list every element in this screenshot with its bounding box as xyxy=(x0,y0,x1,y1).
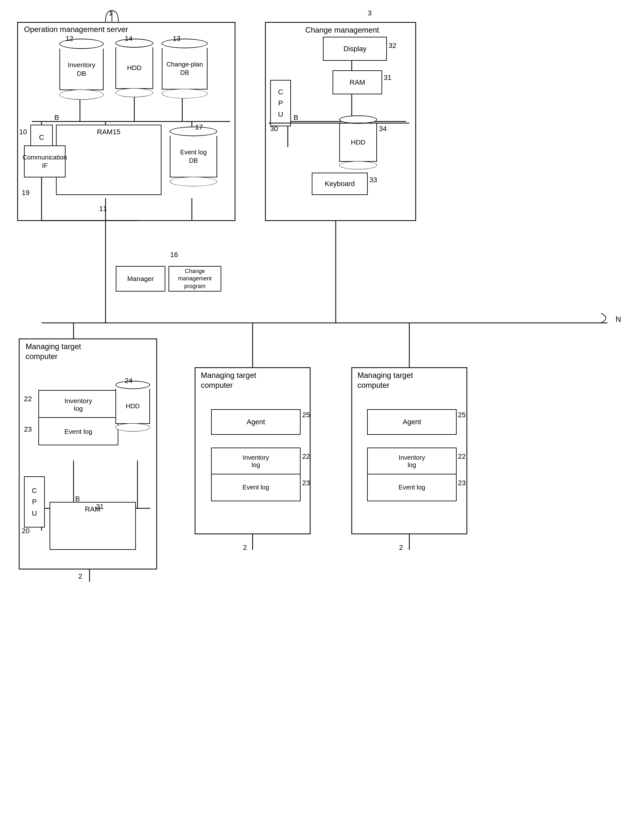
ram-terminal: RAM xyxy=(333,71,382,94)
manager-box: Manager xyxy=(116,266,165,292)
comm-if: Communication IF xyxy=(24,146,66,177)
ram-terminal-number: 31 xyxy=(384,74,391,82)
diagram: Operation management server 1 Change man… xyxy=(0,0,644,828)
managing3-inventory-log: Inventorylog xyxy=(367,448,457,475)
network-label: N xyxy=(616,315,621,324)
managing1-ram: RAM Agent 25 xyxy=(50,502,136,550)
managing2-inventory-log: Inventorylog xyxy=(211,448,301,475)
hdd-server: HDD xyxy=(115,38,154,97)
managing2-event-log: Event log xyxy=(211,474,301,501)
managing3-event-log: Event log xyxy=(367,474,457,501)
keyboard-number: 33 xyxy=(369,176,377,184)
change-mgmt-number: 16 xyxy=(170,251,178,259)
managing2-agent-number: 25 xyxy=(302,411,310,419)
managing1-ev-number: 23 xyxy=(24,425,31,433)
ref-11: 11 xyxy=(99,205,107,213)
cpu-terminal: C P U xyxy=(270,80,291,126)
managing2-label: Managing targetcomputer xyxy=(201,370,256,390)
hdd-terminal-number: 34 xyxy=(379,125,386,133)
managing1-event-log: Event log xyxy=(38,418,118,445)
managing3-logs-divider xyxy=(367,474,457,474)
managing2-agent: Agent xyxy=(211,409,301,435)
managing1-label: Managing targetcomputer xyxy=(25,342,81,361)
ram-server-number: 15 xyxy=(113,128,120,136)
event-log-db-number: 17 xyxy=(195,123,203,132)
managing1-ram-number: 21 xyxy=(96,503,104,511)
server-bracket xyxy=(102,9,121,24)
managing2-logs-divider xyxy=(211,474,301,474)
managing2-inv-number: 22 xyxy=(302,452,310,461)
managing1-cpu: C P U xyxy=(24,476,45,527)
change-mgmt-program: Change management program xyxy=(168,266,221,292)
server-label: Operation management server xyxy=(24,25,128,34)
managing1-ref: 2 xyxy=(79,572,82,580)
managing1-logs-divider xyxy=(38,417,118,418)
managing3-ref: 2 xyxy=(399,544,403,552)
managing2-ref: 2 xyxy=(243,544,247,552)
managing3-agent-number: 25 xyxy=(458,411,466,419)
changeplan-db: Change-planDB xyxy=(162,38,208,99)
event-log-db: Event logDB xyxy=(170,126,217,187)
hdd-server-number: 14 xyxy=(125,34,132,43)
display-number: 32 xyxy=(388,42,396,50)
display-box: Display xyxy=(323,37,387,61)
managing1-inv-number: 22 xyxy=(24,395,31,403)
bus-server-label: B xyxy=(54,113,59,122)
managing1-cpu-number: 20 xyxy=(22,527,30,535)
managing1-hdd-number: 24 xyxy=(125,376,132,385)
managing3-inv-number: 22 xyxy=(458,452,466,461)
changeplan-db-number: 13 xyxy=(173,34,181,43)
terminal-bus xyxy=(269,121,409,125)
managing1-bus-label: B xyxy=(75,495,80,503)
managing3-ev-number: 23 xyxy=(458,479,466,487)
keyboard-box: Keyboard xyxy=(312,172,368,195)
managing3-agent: Agent xyxy=(367,409,457,435)
cpu-terminal-number: 30 xyxy=(270,125,278,133)
cpu-server-number: 10 xyxy=(19,128,27,136)
managing3-label: Managing targetcomputer xyxy=(358,370,413,390)
comm-if-number: 19 xyxy=(22,189,30,197)
ram-server: RAM 15 Manager Change management program… xyxy=(56,125,162,195)
terminal-number: 3 xyxy=(368,9,372,17)
bus-terminal-label: B xyxy=(294,113,298,122)
inventory-db-number: 12 xyxy=(66,34,73,43)
inventory-db: InventoryDB xyxy=(59,38,104,100)
managing2-ev-number: 23 xyxy=(302,479,310,487)
managing1-inventory-log: Inventorylog xyxy=(38,390,118,419)
managing1-hdd: HDD xyxy=(115,380,150,432)
